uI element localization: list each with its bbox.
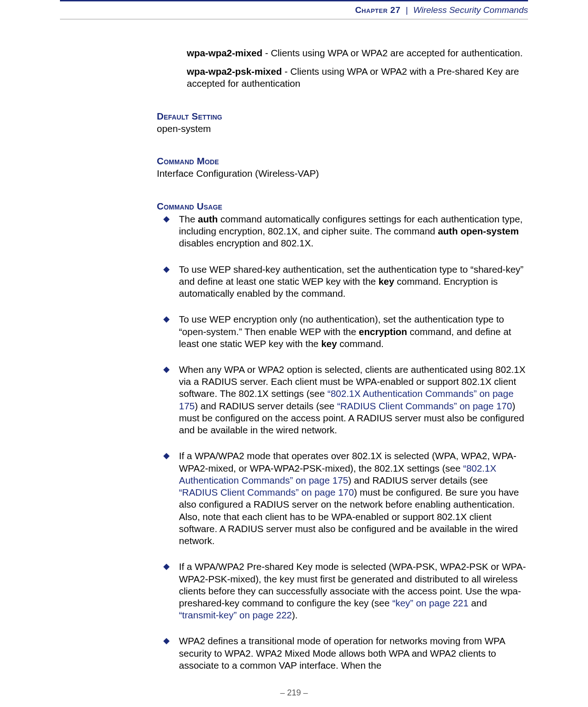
text: and (469, 598, 487, 608)
chapter-word: Chapter (355, 5, 388, 15)
list-item: To use WEP shared-key authentication, se… (157, 264, 528, 300)
command-mode-body: Interface Configuration (Wireless-VAP) (157, 168, 528, 180)
option-text: Clients using WPA or WPA2 are accepted f… (271, 48, 523, 58)
footer-dash-right: – (301, 688, 308, 697)
text: command. (337, 338, 384, 349)
option-label: wpa-wpa2-mixed (187, 48, 262, 58)
bold-text: encryption (359, 326, 407, 337)
header-inner: Chapter 27 | Wireless Security Commands (60, 5, 528, 15)
default-setting-heading: Default Setting (157, 110, 528, 122)
xref-link[interactable]: “RADIUS Client Commands” on page 170 (337, 401, 512, 411)
bold-text: key (379, 276, 394, 287)
page-footer: – 219 – (0, 688, 588, 698)
text: ) and RADIUS server details (see (348, 475, 488, 485)
text: ). (292, 610, 298, 620)
list-item: If a WPA/WPA2 Pre-shared Key mode is sel… (157, 561, 528, 621)
option-dash: - (262, 48, 271, 58)
list-item: If a WPA/WPA2 mode that operates over 80… (157, 450, 528, 547)
default-setting-body: open-system (157, 123, 528, 135)
header-separator: | (406, 5, 408, 15)
list-item: When any WPA or WPA2 option is selected,… (157, 364, 528, 436)
footer-dash-left: – (280, 688, 287, 697)
text: The (179, 214, 198, 224)
page: Chapter 27 | Wireless Security Commands … (0, 0, 588, 707)
xref-link[interactable]: “RADIUS Client Commands” on page 170 (179, 487, 354, 497)
content: wpa-wpa2-mixed - Clients using WPA or WP… (60, 47, 528, 671)
command-mode-heading: Command Mode (157, 155, 528, 167)
bold-text: auth (198, 214, 218, 224)
chapter-label: Chapter 27 (355, 5, 401, 15)
text: ) and RADIUS server details (see (195, 401, 337, 411)
xref-link[interactable]: “transmit-key” on page 222 (179, 610, 292, 620)
xref-link[interactable]: “key” on page 221 (392, 598, 469, 608)
option-wpa-wpa2-mixed: wpa-wpa2-mixed - Clients using WPA or WP… (157, 47, 528, 59)
header-title: Wireless Security Commands (413, 5, 528, 15)
bold-text: key (321, 338, 337, 349)
text: WPA2 defines a transitional mode of oper… (179, 635, 505, 670)
option-wpa-wpa2-psk-mixed: wpa-wpa2-psk-mixed - Clients using WPA o… (157, 66, 528, 90)
list-item: WPA2 defines a transitional mode of oper… (157, 635, 528, 671)
text: disables encryption and 802.1X. (179, 238, 314, 248)
option-label: wpa-wpa2-psk-mixed (187, 66, 282, 77)
option-dash: - (282, 66, 290, 77)
list-item: The auth command automatically configure… (157, 213, 528, 250)
page-number: 219 (287, 688, 301, 697)
list-item: To use WEP encryption only (no authentic… (157, 313, 528, 350)
chapter-number: 27 (390, 5, 400, 15)
command-usage-heading: Command Usage (157, 200, 528, 212)
bold-text: auth open-system (438, 226, 518, 236)
page-header: Chapter 27 | Wireless Security Commands (60, 0, 528, 19)
command-usage-list: The auth command automatically configure… (157, 213, 528, 671)
